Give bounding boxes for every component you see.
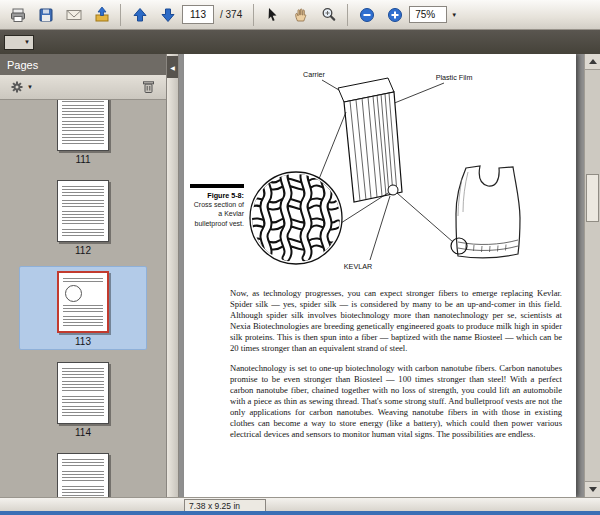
arrow-down-icon [159,6,177,24]
pages-panel-title: Pages [7,59,38,71]
magnifier-icon [320,6,338,24]
arrow-up-icon [131,6,149,24]
figure-caption: Figure 5-8: Cross section of a Kevlar bu… [190,184,244,228]
zoom-in-button[interactable] [381,1,408,28]
figure-illustration: Carrier Plastic Film [244,66,566,284]
secondary-toolbar-dropdown[interactable]: ▼ [4,35,34,50]
thumbnail-figure [65,285,82,302]
main-toolbar: 113 / 374 75% ▼ [0,0,600,30]
pages-panel-toolbar: ▼ [0,75,166,100]
select-cursor-icon [264,6,282,24]
pages-panel-header: Pages [0,54,166,75]
toolbar-separator [347,4,348,26]
save-icon [37,6,55,24]
zoom-level-value[interactable]: 75% [409,6,447,23]
thumbnail-image[interactable] [57,271,109,333]
plastic-film-label: Plastic Film [436,73,473,82]
select-tool-button[interactable] [259,1,286,28]
zoom-dropdown-button[interactable]: ▼ [447,5,461,24]
thumbnail-image[interactable] [57,100,109,151]
vertical-scrollbar[interactable] [584,54,600,497]
hand-icon [292,6,310,24]
status-bar: 7.38 x 9.25 in [0,497,600,511]
toolbar-separator [120,4,121,26]
collapse-left-icon: ◀ [170,64,175,71]
page-thumbnail-112[interactable]: 112 [19,175,147,259]
kevlar-label: KEVLAR [344,262,372,271]
thumbnail-image[interactable] [57,180,109,242]
panel-splitter[interactable]: ◀ [166,54,179,497]
secondary-toolbar: ▼ [0,30,600,54]
marquee-zoom-tool-button[interactable] [315,1,342,28]
previous-page-button[interactable] [126,1,153,28]
figure-caption-text: Cross section of a Kevlar bulletproof ve… [194,201,244,226]
page-thumbnail-114[interactable]: 114 [19,357,147,441]
page-thumbnail-113-selected[interactable]: 113 [19,266,147,350]
save-button[interactable] [32,1,59,28]
print-button[interactable] [4,1,31,28]
gear-icon [9,78,25,96]
carrier-label: Carrier [303,70,326,79]
figure-label: Figure 5-8: [207,191,244,200]
pages-panel: Pages ▼ [0,54,166,497]
printer-icon [9,6,27,24]
thumbnail-label: 114 [75,427,91,438]
page-total-label: / 374 [220,9,242,20]
document-viewport[interactable]: Figure 5-8: Cross section of a Kevlar bu… [179,54,600,497]
page-thumbnail-111[interactable]: 111 [19,100,147,168]
chevron-down-icon: ▼ [27,84,33,90]
triangle-up-icon [589,59,597,64]
window-bottom-border [0,511,600,515]
page-thumbnail-115[interactable] [19,448,147,497]
delete-pages-button[interactable] [138,78,159,97]
thumbnail-label: 111 [75,154,90,165]
figure-area: Figure 5-8: Cross section of a Kevlar bu… [184,66,576,288]
zoom-level-combo[interactable]: 75% ▼ [409,5,461,24]
upload-button[interactable] [88,1,115,28]
scrollbar-thumb[interactable] [586,174,599,222]
thumbnail-image[interactable] [57,453,109,497]
pdf-page: Figure 5-8: Cross section of a Kevlar bu… [184,54,576,497]
zoom-in-icon [386,6,404,24]
next-page-button[interactable] [154,1,181,28]
collapse-panel-button[interactable]: ◀ [167,56,178,78]
body-paragraph-2: Nanotechnology is set to one-up biotechn… [230,363,562,440]
chevron-down-icon: ▼ [24,39,30,45]
zoom-out-button[interactable] [353,1,380,28]
zoom-out-icon [358,6,376,24]
chevron-down-icon: ▼ [451,12,457,18]
page-number-input[interactable]: 113 [182,5,214,24]
pdf-reader-window: { "icons": { "caret_down": "▼", "caret_u… [0,0,600,515]
scroll-down-button[interactable] [585,481,600,497]
upload-icon [93,6,111,24]
content-area: Pages ▼ [0,54,600,497]
scroll-up-button[interactable] [585,54,600,70]
body-paragraph-1: Now, as technology progresses, you can e… [230,288,562,354]
thumbnail-list: 111 112 113 [0,100,166,497]
thumbnail-label: 112 [75,245,91,256]
triangle-down-icon [589,487,597,492]
thumbnail-label: 113 [75,336,91,347]
options-menu-button[interactable]: ▼ [7,78,35,97]
trash-icon [140,78,157,96]
thumbnail-image[interactable] [57,362,109,424]
email-button[interactable] [60,1,87,28]
email-icon [65,6,83,24]
toolbar-separator [253,4,254,26]
hand-tool-button[interactable] [287,1,314,28]
